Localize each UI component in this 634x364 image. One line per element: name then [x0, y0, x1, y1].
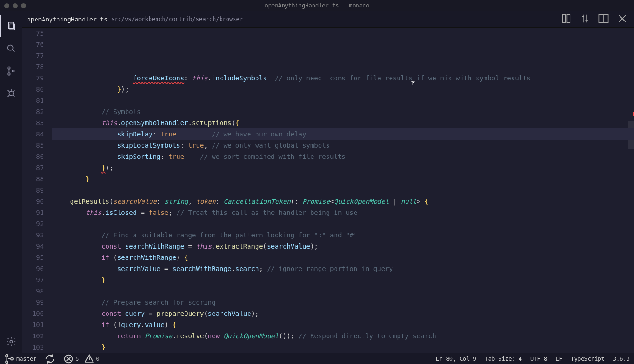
code-editor[interactable]: 7576777879808182838485868788899091929394…	[22, 28, 634, 353]
code-line[interactable]: searchValue = searchWithRange.search; //…	[52, 263, 634, 274]
line-number: 84	[22, 128, 44, 140]
svg-line-10	[8, 95, 10, 97]
line-number: 87	[22, 162, 44, 173]
line-number: 91	[22, 207, 44, 218]
line-number: 80	[22, 84, 44, 95]
activity-bar	[0, 11, 22, 353]
compare-icon[interactable]	[561, 14, 571, 25]
editor-tab-bar: openAnythingHandler.ts src/vs/workbench/…	[22, 11, 634, 28]
encoding[interactable]: UTF-8	[526, 356, 551, 362]
line-number: 100	[22, 308, 44, 319]
code-line[interactable]	[52, 285, 634, 297]
source-control-icon[interactable]	[0, 60, 22, 82]
tab-filename[interactable]: openAnythingHandler.ts	[27, 16, 107, 23]
code-line[interactable]: skipDelay: true, // we have our own dela…	[52, 128, 634, 140]
line-number: 94	[22, 241, 44, 252]
line-number: 77	[22, 50, 44, 61]
svg-point-20	[6, 354, 8, 357]
code-line[interactable]: const searchWithRange = this.extractRang…	[52, 241, 634, 252]
line-number: 85	[22, 140, 44, 151]
line-number: 90	[22, 196, 44, 207]
search-icon[interactable]	[0, 37, 22, 60]
line-number: 99	[22, 297, 44, 308]
branch-name: master	[16, 356, 36, 362]
code-line[interactable]	[52, 95, 634, 106]
code-line[interactable]: });	[52, 162, 634, 173]
line-number: 79	[22, 72, 44, 84]
code-line[interactable]: }	[52, 274, 634, 285]
settings-gear-icon[interactable]	[0, 330, 22, 353]
svg-point-5	[8, 73, 10, 75]
code-line[interactable]: skipSorting: true // we sort combined wi…	[52, 151, 634, 162]
error-count: 5	[76, 356, 79, 362]
line-number: 76	[22, 39, 44, 50]
svg-rect-15	[567, 14, 570, 22]
code-line[interactable]: // Find a suitable range from the patter…	[52, 229, 634, 241]
code-line[interactable]: if (searchWithRange) {	[52, 252, 634, 263]
cursor-position[interactable]: Ln 80, Col 9	[432, 356, 481, 362]
line-number: 75	[22, 28, 44, 39]
code-line[interactable]	[52, 185, 634, 196]
close-window-icon[interactable]	[4, 3, 9, 8]
code-line[interactable]	[52, 218, 634, 229]
svg-line-8	[8, 90, 10, 92]
code-line[interactable]: const query = prepareQuery(searchValue);	[52, 308, 634, 319]
code-line[interactable]: if (!query.value) {	[52, 319, 634, 330]
line-number-gutter: 7576777879808182838485868788899091929394…	[22, 28, 52, 353]
code-line[interactable]: });	[52, 84, 634, 95]
line-number: 93	[22, 229, 44, 241]
code-line[interactable]: this.isClosed = false; // Treat this cal…	[52, 207, 634, 218]
line-number: 92	[22, 218, 44, 229]
svg-rect-14	[563, 14, 566, 22]
line-number: 88	[22, 173, 44, 185]
code-line[interactable]: skipLocalSymbols: true, // we only want …	[52, 140, 634, 151]
line-number: 89	[22, 185, 44, 196]
svg-point-7	[9, 91, 13, 95]
tab-path: src/vs/workbench/contrib/search/browser	[111, 16, 243, 22]
code-line[interactable]: // Symbols	[52, 106, 634, 117]
code-content[interactable]: forceUseIcons: this.includeSymbols // on…	[52, 28, 634, 353]
close-tab-icon[interactable]	[617, 14, 627, 25]
warning-count: 0	[96, 356, 100, 362]
sync-icon[interactable]	[41, 354, 59, 364]
line-number: 82	[22, 106, 44, 117]
code-line[interactable]: getResults(searchValue: string, token: C…	[52, 196, 634, 207]
diff-icon[interactable]	[580, 14, 590, 25]
svg-point-22	[11, 357, 13, 360]
line-number: 98	[22, 285, 44, 297]
typescript-version[interactable]: 3.6.3	[609, 356, 634, 362]
tab-size[interactable]: Tab Size: 4	[481, 356, 526, 362]
line-number: 96	[22, 263, 44, 274]
svg-rect-0	[9, 22, 14, 29]
code-line[interactable]: // Prepare search for scoring	[52, 297, 634, 308]
line-number: 102	[22, 330, 44, 342]
svg-line-11	[13, 95, 15, 97]
code-line[interactable]: }	[52, 342, 634, 353]
line-number: 103	[22, 342, 44, 353]
line-number: 83	[22, 117, 44, 128]
svg-rect-1	[10, 24, 14, 30]
maximize-window-icon[interactable]	[21, 3, 26, 8]
svg-line-3	[13, 50, 15, 52]
svg-point-4	[8, 67, 10, 69]
window-title: openAnythingHandler.ts — monaco	[0, 2, 634, 9]
svg-point-13	[10, 340, 13, 343]
code-line[interactable]: forceUseIcons: this.includeSymbols // on…	[52, 72, 634, 84]
line-number: 81	[22, 95, 44, 106]
code-line[interactable]: this.openSymbolHandler.setOptions({	[52, 117, 634, 128]
svg-point-2	[8, 45, 13, 50]
minimize-window-icon[interactable]	[13, 3, 18, 8]
explorer-icon[interactable]	[0, 15, 22, 37]
svg-point-21	[6, 361, 8, 363]
status-bar: master 5 0 Ln 80, Col 9 Tab Size: 4 UTF-…	[0, 353, 634, 364]
code-line[interactable]: }	[52, 173, 634, 185]
split-editor-icon[interactable]	[598, 14, 609, 25]
eol[interactable]: LF	[551, 356, 566, 362]
line-number: 78	[22, 61, 44, 72]
debug-icon[interactable]	[0, 82, 22, 105]
language-mode[interactable]: TypeScript	[567, 356, 609, 362]
git-branch[interactable]: master	[0, 354, 41, 364]
problems[interactable]: 5 0	[59, 354, 103, 364]
line-number: 101	[22, 319, 44, 330]
code-line[interactable]: return Promise.resolve(new QuickOpenMode…	[52, 330, 634, 342]
